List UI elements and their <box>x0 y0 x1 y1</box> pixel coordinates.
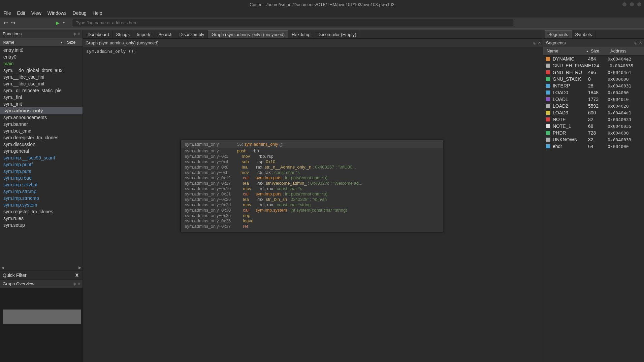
function-item[interactable]: sym.imp.system <box>0 202 83 208</box>
function-item[interactable]: sym.banner <box>0 121 83 128</box>
segment-item[interactable]: NOTE_1680x0040035 <box>543 123 644 130</box>
seg-col-size[interactable]: Size <box>591 48 610 53</box>
clear-filter-icon[interactable]: X <box>75 273 78 278</box>
function-item[interactable]: entry0 <box>0 53 83 60</box>
panel-detach-icon[interactable]: ◎ <box>73 32 76 36</box>
graph-canvas[interactable]: sym.admins_only 56: sym.admins_only ();s… <box>83 56 543 362</box>
segment-item[interactable]: INTERP280x0040031 <box>543 82 644 89</box>
disasm-line[interactable]: sym.admins_only+0x2d mov rdi, rax ; cons… <box>185 202 439 208</box>
menu-file[interactable]: File <box>3 10 11 16</box>
function-item[interactable]: main <box>0 60 83 67</box>
functions-list[interactable]: entry.init0entry0mainsym.__do_global_dto… <box>0 47 83 265</box>
graph-overview-body[interactable] <box>0 288 83 362</box>
seg-col-name[interactable]: Name <box>543 48 586 53</box>
tab[interactable]: Imports <box>133 31 155 38</box>
tab[interactable]: Decompiler (Empty) <box>314 31 360 38</box>
disasm-line[interactable]: sym.admins_only+0x8 lea rax, str._n__Adm… <box>185 165 439 170</box>
function-item[interactable]: sym.discussion <box>0 141 83 148</box>
tab[interactable]: Graph (sym.admins_only) (unsynced) <box>208 30 288 38</box>
segments-list[interactable]: DYNAMIC4640x00404e2GNU_EH_FRAME1240x0040… <box>543 56 644 362</box>
function-item[interactable]: sym.bot_cmd <box>0 128 83 134</box>
disasm-line[interactable]: sym.admins_only+0x17 lea rax, str.Welcom… <box>185 181 439 186</box>
minimize-button[interactable] <box>622 2 626 6</box>
function-item[interactable]: sym.__do_global_dtors_aux <box>0 67 83 74</box>
disasm-line[interactable]: sym.admins_only+0x12 call sym.imp.puts ;… <box>185 175 439 181</box>
segment-item[interactable]: ehdr640x004000 <box>543 143 644 150</box>
tab[interactable]: Dashboard <box>84 31 113 38</box>
menu-windows[interactable]: Windows <box>47 10 67 16</box>
disasm-line[interactable]: sym.admins_only+0x21 call sym.imp.puts ;… <box>185 191 439 197</box>
scroll-left-icon[interactable]: ◀ <box>1 265 4 270</box>
tab[interactable]: Strings <box>113 31 133 38</box>
segment-item[interactable]: UNKNOWN320x0040033 <box>543 136 644 143</box>
sort-asc-icon[interactable]: ▲ <box>586 49 589 53</box>
tab[interactable]: Segments <box>545 30 572 38</box>
segment-item[interactable]: GNU_EH_FRAME1240x0040335 <box>543 62 644 69</box>
panel-close-icon[interactable]: ✕ <box>77 32 80 36</box>
function-item[interactable]: sym.imp.read <box>0 175 83 181</box>
function-item[interactable]: sym.admins_only <box>0 107 83 114</box>
function-item[interactable]: sym.imp.__isoc99_scanf <box>0 154 83 161</box>
col-name[interactable]: Name <box>0 40 60 45</box>
col-size[interactable]: Size <box>65 40 83 45</box>
tab[interactable]: Search <box>155 31 176 38</box>
panel-close-icon[interactable]: ✕ <box>538 41 541 45</box>
segment-item[interactable]: GNU_RELRO4960x00404e1 <box>543 69 644 76</box>
segment-item[interactable]: LOAD36000x00404e1 <box>543 109 644 116</box>
function-item[interactable]: entry.init0 <box>0 47 83 53</box>
function-item[interactable]: sym.imp.puts <box>0 168 83 175</box>
disasm-line[interactable]: sym.admins_only+0x36 leave <box>185 218 439 224</box>
segment-item[interactable]: LOAD255920x004020 <box>543 103 644 109</box>
search-input[interactable] <box>76 20 510 25</box>
function-item[interactable]: sym.imp.printf <box>0 161 83 168</box>
panel-close-icon[interactable]: ✕ <box>77 282 80 286</box>
menu-debug[interactable]: Debug <box>73 10 87 16</box>
function-item[interactable]: sym.deregister_tm_clones <box>0 134 83 141</box>
functions-hscroll[interactable]: ◀ ▶ <box>0 265 83 270</box>
menu-help[interactable]: Help <box>93 10 102 16</box>
disasm-line[interactable]: sym.admins_only push rbp <box>185 148 439 154</box>
segment-item[interactable]: PHDR7280x004000 <box>543 130 644 136</box>
function-item[interactable]: sym.__libc_csu_init <box>0 80 83 87</box>
function-item[interactable]: sym.setup <box>0 222 83 228</box>
forward-icon[interactable]: ↪ <box>11 20 15 26</box>
disasm-line[interactable]: sym.admins_only+0x37 ret <box>185 224 439 229</box>
tab[interactable]: Disassembly <box>176 31 208 38</box>
function-item[interactable]: sym.rules <box>0 215 83 222</box>
function-item[interactable]: sym._init <box>0 101 83 107</box>
function-item[interactable]: sym._dl_relocate_static_pie <box>0 87 83 94</box>
panel-detach-icon[interactable]: ◎ <box>73 282 76 286</box>
disasm-line[interactable]: sym.admins_only+0xf mov rdi, rax ; const… <box>185 170 439 175</box>
play-menu-caret-icon[interactable]: ▾ <box>63 21 65 25</box>
menu-edit[interactable]: Edit <box>17 10 25 16</box>
scroll-right-icon[interactable]: ▶ <box>78 265 81 270</box>
disasm-line[interactable]: sym.admins_only+0x26 lea rax, str._bin_s… <box>185 197 439 202</box>
quick-filter[interactable]: Quick Filter X <box>0 270 83 280</box>
segment-item[interactable]: LOAD117730x004010 <box>543 96 644 103</box>
segment-item[interactable]: DYNAMIC4640x00404e2 <box>543 56 644 62</box>
disasm-line[interactable]: sym.admins_only+0x35 nop <box>185 213 439 218</box>
search-box[interactable] <box>72 19 513 27</box>
function-item[interactable]: sym.__libc_csu_fini <box>0 74 83 80</box>
disasm-line[interactable]: sym.admins_only+0x4 sub rsp, 0x10 <box>185 159 439 165</box>
segment-item[interactable]: GNU_STACK00x000000 <box>543 76 644 82</box>
sort-asc-icon[interactable]: ▲ <box>60 41 63 44</box>
segment-item[interactable]: NOTE320x0040033 <box>543 116 644 123</box>
panel-detach-icon[interactable]: ◎ <box>533 41 537 45</box>
seg-col-addr[interactable]: Address <box>610 48 644 53</box>
tab[interactable]: Symbols <box>572 31 596 38</box>
function-item[interactable]: sym.announcements <box>0 114 83 121</box>
maximize-button[interactable] <box>630 2 634 6</box>
panel-detach-icon[interactable]: ◎ <box>634 41 638 45</box>
disasm-line[interactable]: sym.admins_only+0x1 mov rbp, rsp <box>185 154 439 159</box>
back-icon[interactable]: ↩ <box>3 20 8 26</box>
disasm-node[interactable]: sym.admins_only 56: sym.admins_only ();s… <box>181 140 443 232</box>
function-item[interactable]: sym.imp.setvbuf <box>0 181 83 188</box>
function-item[interactable]: sym.imp.strcmp <box>0 188 83 195</box>
menu-view[interactable]: View <box>31 10 41 16</box>
panel-close-icon[interactable]: ✕ <box>639 41 642 45</box>
close-button[interactable] <box>637 2 641 6</box>
function-item[interactable]: sym.register_tm_clones <box>0 208 83 215</box>
function-item[interactable]: sym.imp.strncmp <box>0 195 83 202</box>
play-icon[interactable]: ▶ <box>56 20 60 26</box>
